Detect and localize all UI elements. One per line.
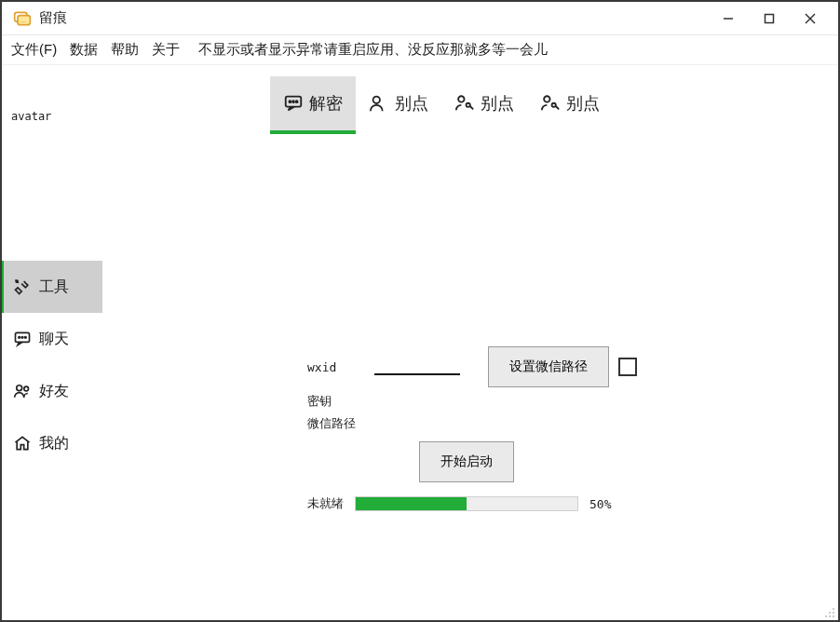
sidebar-item-chat[interactable]: 聊天 [2, 313, 102, 365]
svg-point-24 [833, 612, 834, 614]
svg-point-15 [289, 101, 291, 102]
tab-dontclick-2[interactable]: 别点 [441, 76, 527, 130]
set-path-button[interactable]: 设置微信路径 [488, 346, 609, 387]
main-panel: 解密 别点 别点 [102, 65, 838, 620]
titlebar: … 留痕 [2, 2, 838, 35]
tab-decrypt[interactable]: 解密 [270, 76, 356, 130]
svg-point-16 [292, 101, 294, 102]
minimize-button[interactable] [708, 6, 749, 32]
sidebar-item-friends[interactable]: 好友 [2, 365, 102, 417]
progress-percent: 50% [589, 497, 611, 511]
svg-point-9 [19, 337, 20, 339]
path-checkbox[interactable] [618, 358, 637, 376]
sidebar-item-tools[interactable]: 工具 [2, 261, 102, 313]
person-key-icon [540, 93, 561, 114]
tab-label: 解密 [309, 92, 343, 115]
sidebar-item-label: 工具 [39, 277, 69, 297]
maximize-button[interactable] [749, 6, 790, 32]
wxid-label: wxid [307, 360, 374, 374]
key-label: 密钥 [307, 393, 374, 410]
close-button[interactable] [790, 6, 831, 32]
tab-label: 别点 [395, 92, 428, 115]
svg-point-11 [25, 337, 27, 339]
tab-dontclick-1[interactable]: 别点 [356, 76, 441, 130]
window-controls [708, 6, 831, 32]
svg-point-19 [458, 96, 464, 101]
svg-point-21 [544, 96, 549, 101]
svg-rect-4 [765, 14, 774, 22]
avatar: avatar [2, 65, 102, 168]
svg-point-26 [833, 615, 834, 617]
chat-icon [13, 330, 32, 348]
wxid-input[interactable] [374, 358, 460, 375]
sidebar: avatar 工具 聊天 [2, 65, 102, 620]
svg-point-12 [17, 385, 22, 391]
app-title: 留痕 [39, 9, 67, 27]
sidebar-item-label: 我的 [39, 434, 69, 453]
svg-point-23 [833, 608, 834, 610]
tab-dontclick-3[interactable]: 别点 [527, 76, 613, 130]
svg-point-17 [296, 101, 298, 102]
menu-data[interactable]: 数据 [70, 41, 98, 59]
menu-help[interactable]: 帮助 [111, 41, 139, 59]
tab-label: 别点 [566, 92, 600, 115]
svg-point-27 [829, 615, 831, 617]
resize-grip[interactable] [824, 606, 835, 617]
svg-point-18 [373, 97, 380, 103]
svg-point-13 [24, 386, 29, 391]
chat-bubble-icon [283, 93, 304, 114]
svg-point-10 [21, 337, 23, 339]
tab-label: 别点 [481, 92, 514, 115]
menubar: 文件(F) 数据 帮助 关于 不显示或者显示异常请重启应用、没反应那就多等一会儿 [2, 35, 838, 65]
progress-fill [356, 497, 467, 510]
svg-point-25 [829, 612, 831, 614]
wrench-icon [13, 277, 32, 296]
menu-about[interactable]: 关于 [152, 41, 180, 59]
people-icon [13, 382, 32, 400]
progress-bar [355, 496, 578, 511]
wechat-path-label: 微信路径 [307, 415, 356, 432]
person-icon [369, 93, 389, 114]
form-area: wxid 设置微信路径 密钥 微信路径 开始启动 未就绪 50 [307, 346, 764, 512]
menu-file[interactable]: 文件(F) [11, 41, 57, 59]
menu-hint-text: 不显示或者显示异常请重启应用、没反应那就多等一会儿 [198, 41, 548, 59]
sidebar-item-label: 聊天 [39, 330, 69, 349]
tab-bar: 解密 别点 别点 [270, 76, 838, 130]
sidebar-item-mine[interactable]: 我的 [2, 417, 102, 469]
progress-status: 未就绪 [307, 495, 344, 512]
sidebar-item-label: 好友 [39, 382, 69, 401]
svg-point-28 [825, 615, 827, 617]
app-icon: … [13, 9, 32, 28]
svg-text:…: … [20, 17, 27, 23]
person-key-icon [454, 93, 475, 114]
avatar-text: avatar [11, 110, 51, 123]
start-button[interactable]: 开始启动 [419, 441, 514, 482]
home-icon [13, 434, 32, 453]
